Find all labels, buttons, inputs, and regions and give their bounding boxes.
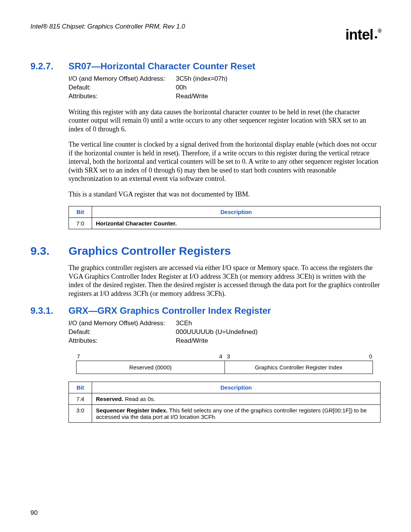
register-info: I/O (and Memory Offset) Address: 3CEh De… <box>68 319 381 345</box>
info-row-attributes: Attributes: Read/Write <box>68 92 381 101</box>
paragraph: Writing this register with any data caus… <box>68 108 381 134</box>
running-header: Intel® 815 Chipset: Graphics Controller … <box>30 23 381 30</box>
bit-diagram: 7 4 3 0 Reserved (0000) Graphics Control… <box>68 353 381 374</box>
info-label: Default: <box>68 328 176 337</box>
info-label: I/O (and Memory Offset) Address: <box>68 319 176 328</box>
info-label: Default: <box>68 83 176 92</box>
bit-label-7: 7 <box>76 353 219 359</box>
register-info: I/O (and Memory Offset) Address: 3C5h (i… <box>68 75 381 101</box>
heading-title: GRX—GRX Graphics Controller Index Regist… <box>68 305 271 316</box>
bit-box-reserved: Reserved (0000) <box>76 361 225 374</box>
td-description: Horizontal Character Counter. <box>92 218 381 229</box>
th-bit: Bit <box>69 382 92 393</box>
bit-label-4: 4 <box>219 353 225 359</box>
info-label: Attributes: <box>68 337 176 345</box>
bit-table-sr07: Bit Description 7:0 Horizontal Character… <box>68 206 381 229</box>
bit-label-3: 3 <box>225 353 230 359</box>
paragraph: The vertical line counter is clocked by … <box>68 140 381 183</box>
info-label: I/O (and Memory Offset) Address: <box>68 75 176 83</box>
th-description: Description <box>92 382 381 393</box>
info-value: 00h <box>176 83 186 92</box>
info-row-attributes: Attributes: Read/Write <box>68 337 381 345</box>
info-row-default: Default: 000UUUUUb (U=Undefined) <box>68 328 381 337</box>
section-9-3-1-body: I/O (and Memory Offset) Address: 3CEh De… <box>68 319 381 423</box>
heading-9-3: 9.3. Graphics Controller Registers <box>30 244 381 257</box>
paragraph: This is a standard VGA register that was… <box>68 190 381 199</box>
info-row-address: I/O (and Memory Offset) Address: 3C5h (i… <box>68 75 381 83</box>
heading-number: 9.3. <box>30 244 68 257</box>
info-value: Read/Write <box>176 92 208 101</box>
td-bit: 7:0 <box>69 218 92 229</box>
heading-9-2-7: 9.2.7. SR07—Horizontal Character Counter… <box>30 61 381 72</box>
th-bit: Bit <box>69 206 92 218</box>
bit-labels: 7 4 3 0 <box>76 353 373 359</box>
td-bit: 7:4 <box>69 393 92 405</box>
section-9-3-body: The graphics controller registers are ac… <box>68 264 381 298</box>
td-bit: 3:0 <box>69 405 92 423</box>
info-row-default: Default: 00h <box>68 83 381 92</box>
table-row: 3:0 Sequencer Register Index. This field… <box>69 405 381 423</box>
registered-mark-icon: ® <box>378 28 381 34</box>
page: Intel® 815 Chipset: Graphics Controller … <box>0 0 411 532</box>
logo-text: intel <box>346 27 373 43</box>
info-row-address: I/O (and Memory Offset) Address: 3CEh <box>68 319 381 328</box>
table-header-row: Bit Description <box>69 206 381 218</box>
paragraph: The graphics controller registers are ac… <box>68 264 381 298</box>
table-row: 7:0 Horizontal Character Counter. <box>69 218 381 229</box>
info-label: Attributes: <box>68 92 176 101</box>
bit-box-index: Graphics Controller Register Index <box>225 361 373 374</box>
heading-title: SR07—Horizontal Character Counter Reset <box>68 61 255 72</box>
table-header-row: Bit Description <box>69 382 381 393</box>
desc-bold: Sequencer Register Index. <box>96 407 167 414</box>
heading-number: 9.3.1. <box>30 305 68 316</box>
logo-dot-icon <box>375 36 377 38</box>
section-9-2-7-body: I/O (and Memory Offset) Address: 3C5h (i… <box>68 75 381 229</box>
bit-boxes: Reserved (0000) Graphics Controller Regi… <box>76 361 373 374</box>
info-value: 000UUUUUb (U=Undefined) <box>176 328 258 337</box>
desc-bold: Horizontal Character Counter. <box>96 220 177 227</box>
info-value: 3C5h (index=07h) <box>176 75 228 83</box>
td-description: Sequencer Register Index. This field sel… <box>92 405 381 423</box>
heading-number: 9.2.7. <box>30 61 68 72</box>
desc-bold: Reserved. <box>96 396 123 402</box>
info-value: Read/Write <box>176 337 208 345</box>
desc-text: Read as 0s. <box>123 396 155 402</box>
th-description: Description <box>92 206 381 218</box>
content: 9.2.7. SR07—Horizontal Character Counter… <box>30 61 381 423</box>
bit-table-grx: Bit Description 7:4 Reserved. Read as 0s… <box>68 382 381 423</box>
td-description: Reserved. Read as 0s. <box>92 393 381 405</box>
info-value: 3CEh <box>176 319 192 328</box>
table-row: 7:4 Reserved. Read as 0s. <box>69 393 381 405</box>
page-number: 90 <box>30 509 38 517</box>
bit-label-0: 0 <box>230 353 373 359</box>
heading-9-3-1: 9.3.1. GRX—GRX Graphics Controller Index… <box>30 305 381 316</box>
intel-logo: intel® <box>346 27 381 43</box>
heading-title: Graphics Controller Registers <box>68 244 231 257</box>
